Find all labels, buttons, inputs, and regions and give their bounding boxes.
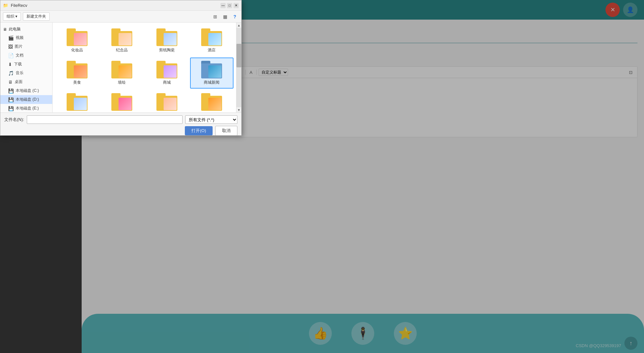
nav-video[interactable]: 🎬 视频 xyxy=(0,33,52,42)
nav-disk-d[interactable]: 💾 本地磁盘 (D:) xyxy=(0,95,52,104)
folder-icon xyxy=(67,93,88,111)
file-item[interactable]: 图书 xyxy=(190,90,234,112)
file-label: 化妆品 xyxy=(71,47,83,53)
nav-documents[interactable]: 📄 文档 xyxy=(0,51,52,60)
dialog-close-button[interactable]: ✕ xyxy=(233,3,239,8)
dialog-nav: 🖥 此电脑 🎬 视频 🖼 图片 📄 文档 ⬇ 下载 xyxy=(0,23,53,112)
nav-downloads-label: 下载 xyxy=(14,61,22,67)
nav-disk-d-label: 本地磁盘 (D:) xyxy=(16,97,39,102)
folder-icon xyxy=(111,28,132,46)
nav-disk-e-label: 本地磁盘 (E:) xyxy=(16,106,39,111)
file-item[interactable]: 美食 xyxy=(55,58,99,89)
view-icon[interactable]: ⊞ xyxy=(211,13,219,21)
file-item[interactable]: 剪纸陶瓷 xyxy=(145,25,189,56)
scrollbar-down[interactable]: ▼ xyxy=(236,107,242,112)
file-dialog-overlay: 📁 FileRecv — □ ✕ 组织 ▾ 新建文件夹 ⊞ ▦ ? 🖥 xyxy=(0,0,644,353)
desktop-icon: 🖥 xyxy=(8,79,13,85)
music-icon: 🎵 xyxy=(8,71,14,76)
dialog-title-controls: — □ ✕ xyxy=(220,3,239,8)
folder-icon xyxy=(201,28,222,46)
nav-disk-c[interactable]: 💾 本地磁盘 (C:) xyxy=(0,86,52,95)
file-label: 商城 xyxy=(163,80,171,85)
nav-desktop[interactable]: 🖥 桌面 xyxy=(0,77,52,86)
disk-e-icon: 💾 xyxy=(8,106,14,111)
dialog-title-text: FileRecv xyxy=(11,3,27,8)
file-item[interactable]: 头像 xyxy=(145,90,189,112)
picture-icon: 🖼 xyxy=(8,44,13,49)
nav-computer[interactable]: 🖥 此电脑 xyxy=(0,25,52,33)
dialog-toolbar: 组织 ▾ 新建文件夹 ⊞ ▦ ? xyxy=(0,11,241,23)
folder-icon xyxy=(201,61,222,78)
file-label: 墙绘 xyxy=(118,80,126,85)
nav-music[interactable]: 🎵 音乐 xyxy=(0,69,52,77)
filename-row: 文件名(N): 所有文件 (*.*) xyxy=(4,115,237,124)
dialog-open-button[interactable]: 打开(O) xyxy=(185,126,213,135)
filetype-select[interactable]: 所有文件 (*.*) xyxy=(185,115,237,124)
dialog-scrollbar: ▲ ▼ xyxy=(236,23,241,112)
new-folder-button[interactable]: 新建文件夹 xyxy=(23,12,50,21)
dialog-minimize-button[interactable]: — xyxy=(220,3,226,8)
folder-icon xyxy=(67,61,88,78)
file-item[interactable]: 酒店 xyxy=(190,25,234,56)
scrollbar-track xyxy=(236,28,241,107)
nav-documents-label: 文档 xyxy=(16,53,24,58)
scrollbar-thumb[interactable] xyxy=(236,44,241,68)
file-item[interactable]: 商城 xyxy=(145,58,189,89)
nav-pictures[interactable]: 🖼 图片 xyxy=(0,42,52,51)
file-label: 酒店 xyxy=(208,47,216,53)
dialog-title-left: 📁 FileRecv xyxy=(3,3,27,8)
disk-d-icon: 💾 xyxy=(8,97,14,102)
file-item[interactable]: 纪念品 xyxy=(100,25,144,56)
folder-icon xyxy=(201,93,222,111)
dialog-maximize-button[interactable]: □ xyxy=(227,3,232,8)
nav-downloads[interactable]: ⬇ 下载 xyxy=(0,60,52,69)
folder-icon xyxy=(156,61,177,78)
dialog-action-row: 打开(O) 取消 xyxy=(4,126,237,136)
file-item[interactable]: 商品图 xyxy=(55,90,99,112)
file-label: 美食 xyxy=(73,80,81,85)
dialog-cancel-button[interactable]: 取消 xyxy=(215,126,237,136)
filename-input[interactable] xyxy=(27,115,183,124)
scrollbar-up[interactable]: ▲ xyxy=(236,23,242,28)
disk-c-icon: 💾 xyxy=(8,88,14,93)
nav-video-label: 视频 xyxy=(16,35,24,41)
file-item[interactable]: 化妆品 xyxy=(55,25,99,56)
document-icon: 📄 xyxy=(8,53,14,58)
folder-icon xyxy=(156,28,177,46)
filename-label: 文件名(N): xyxy=(4,117,24,123)
nav-music-label: 音乐 xyxy=(16,70,24,76)
help-icon[interactable]: ? xyxy=(231,13,239,21)
dialog-folder-icon: 📁 xyxy=(3,3,8,8)
file-label: 纪念品 xyxy=(116,47,128,53)
file-item[interactable]: 手机 xyxy=(100,90,144,112)
computer-icon: 🖥 xyxy=(3,27,7,32)
nav-computer-label: 此电脑 xyxy=(9,26,21,32)
file-label: 剪纸陶瓷 xyxy=(159,47,175,53)
nav-disk-e[interactable]: 💾 本地磁盘 (E:) xyxy=(0,104,52,112)
folder-icon xyxy=(111,93,132,111)
view-toggle-icon[interactable]: ▦ xyxy=(221,13,229,21)
nav-pictures-label: 图片 xyxy=(15,44,23,49)
file-item[interactable]: 商城新闻 xyxy=(190,58,234,89)
download-icon: ⬇ xyxy=(8,62,12,67)
nav-desktop-label: 桌面 xyxy=(15,79,23,85)
folder-icon xyxy=(156,93,177,111)
file-grid: 化妆品纪念品剪纸陶瓷酒店美食墙绘商城商城新闻商品图手机头像图书 xyxy=(53,23,236,112)
file-dialog: 📁 FileRecv — □ ✕ 组织 ▾ 新建文件夹 ⊞ ▦ ? 🖥 xyxy=(0,0,242,136)
file-label: 商城新闻 xyxy=(204,80,219,85)
dialog-bottom: 文件名(N): 所有文件 (*.*) 打开(O) 取消 xyxy=(0,112,241,135)
folder-icon xyxy=(111,61,132,78)
file-item[interactable]: 墙绘 xyxy=(100,58,144,89)
video-icon: 🎬 xyxy=(8,35,14,41)
dialog-titlebar: 📁 FileRecv — □ ✕ xyxy=(0,0,241,11)
organize-button[interactable]: 组织 ▾ xyxy=(3,12,21,21)
folder-icon xyxy=(67,28,88,46)
nav-disk-c-label: 本地磁盘 (C:) xyxy=(16,88,39,93)
dialog-body: 🖥 此电脑 🎬 视频 🖼 图片 📄 文档 ⬇ 下载 xyxy=(0,23,241,112)
